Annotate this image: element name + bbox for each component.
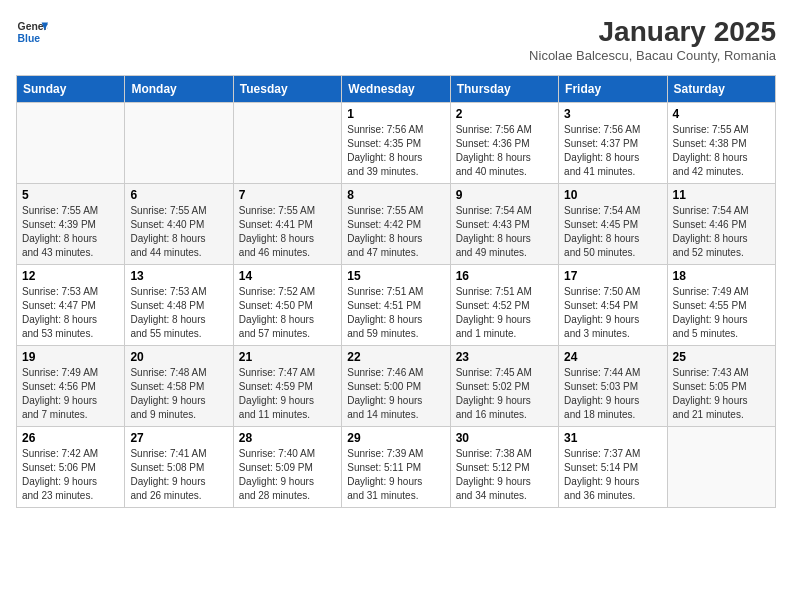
- calendar-cell: [233, 103, 341, 184]
- day-info: Sunrise: 7:44 AMSunset: 5:03 PMDaylight:…: [564, 366, 661, 422]
- day-info: Sunrise: 7:53 AMSunset: 4:48 PMDaylight:…: [130, 285, 227, 341]
- day-number: 4: [673, 107, 770, 121]
- day-number: 28: [239, 431, 336, 445]
- day-info: Sunrise: 7:49 AMSunset: 4:56 PMDaylight:…: [22, 366, 119, 422]
- day-number: 10: [564, 188, 661, 202]
- calendar-cell: 12Sunrise: 7:53 AMSunset: 4:47 PMDayligh…: [17, 265, 125, 346]
- calendar-cell: 21Sunrise: 7:47 AMSunset: 4:59 PMDayligh…: [233, 346, 341, 427]
- day-number: 5: [22, 188, 119, 202]
- calendar-cell: 31Sunrise: 7:37 AMSunset: 5:14 PMDayligh…: [559, 427, 667, 508]
- calendar-cell: 19Sunrise: 7:49 AMSunset: 4:56 PMDayligh…: [17, 346, 125, 427]
- calendar-cell: 30Sunrise: 7:38 AMSunset: 5:12 PMDayligh…: [450, 427, 558, 508]
- calendar-table: SundayMondayTuesdayWednesdayThursdayFrid…: [16, 75, 776, 508]
- weekday-header-friday: Friday: [559, 76, 667, 103]
- day-info: Sunrise: 7:41 AMSunset: 5:08 PMDaylight:…: [130, 447, 227, 503]
- month-title: January 2025: [529, 16, 776, 48]
- day-info: Sunrise: 7:45 AMSunset: 5:02 PMDaylight:…: [456, 366, 553, 422]
- weekday-header-tuesday: Tuesday: [233, 76, 341, 103]
- day-info: Sunrise: 7:56 AMSunset: 4:36 PMDaylight:…: [456, 123, 553, 179]
- calendar-cell: 11Sunrise: 7:54 AMSunset: 4:46 PMDayligh…: [667, 184, 775, 265]
- day-number: 17: [564, 269, 661, 283]
- day-info: Sunrise: 7:53 AMSunset: 4:47 PMDaylight:…: [22, 285, 119, 341]
- calendar-cell: 10Sunrise: 7:54 AMSunset: 4:45 PMDayligh…: [559, 184, 667, 265]
- day-number: 9: [456, 188, 553, 202]
- day-number: 1: [347, 107, 444, 121]
- calendar-cell: 22Sunrise: 7:46 AMSunset: 5:00 PMDayligh…: [342, 346, 450, 427]
- weekday-header-row: SundayMondayTuesdayWednesdayThursdayFrid…: [17, 76, 776, 103]
- weekday-header-thursday: Thursday: [450, 76, 558, 103]
- calendar-cell: 24Sunrise: 7:44 AMSunset: 5:03 PMDayligh…: [559, 346, 667, 427]
- calendar-cell: 8Sunrise: 7:55 AMSunset: 4:42 PMDaylight…: [342, 184, 450, 265]
- calendar-cell: 9Sunrise: 7:54 AMSunset: 4:43 PMDaylight…: [450, 184, 558, 265]
- day-number: 11: [673, 188, 770, 202]
- day-info: Sunrise: 7:54 AMSunset: 4:46 PMDaylight:…: [673, 204, 770, 260]
- weekday-header-monday: Monday: [125, 76, 233, 103]
- day-number: 24: [564, 350, 661, 364]
- calendar-cell: 1Sunrise: 7:56 AMSunset: 4:35 PMDaylight…: [342, 103, 450, 184]
- calendar-week-3: 12Sunrise: 7:53 AMSunset: 4:47 PMDayligh…: [17, 265, 776, 346]
- day-info: Sunrise: 7:49 AMSunset: 4:55 PMDaylight:…: [673, 285, 770, 341]
- calendar-week-1: 1Sunrise: 7:56 AMSunset: 4:35 PMDaylight…: [17, 103, 776, 184]
- svg-text:Blue: Blue: [18, 33, 41, 44]
- calendar-cell: 16Sunrise: 7:51 AMSunset: 4:52 PMDayligh…: [450, 265, 558, 346]
- day-info: Sunrise: 7:46 AMSunset: 5:00 PMDaylight:…: [347, 366, 444, 422]
- logo: General Blue: [16, 16, 48, 48]
- day-info: Sunrise: 7:42 AMSunset: 5:06 PMDaylight:…: [22, 447, 119, 503]
- day-number: 18: [673, 269, 770, 283]
- day-number: 2: [456, 107, 553, 121]
- calendar-cell: 7Sunrise: 7:55 AMSunset: 4:41 PMDaylight…: [233, 184, 341, 265]
- weekday-header-sunday: Sunday: [17, 76, 125, 103]
- calendar-cell: [125, 103, 233, 184]
- day-info: Sunrise: 7:50 AMSunset: 4:54 PMDaylight:…: [564, 285, 661, 341]
- calendar-cell: 27Sunrise: 7:41 AMSunset: 5:08 PMDayligh…: [125, 427, 233, 508]
- calendar-cell: 25Sunrise: 7:43 AMSunset: 5:05 PMDayligh…: [667, 346, 775, 427]
- day-info: Sunrise: 7:38 AMSunset: 5:12 PMDaylight:…: [456, 447, 553, 503]
- day-info: Sunrise: 7:51 AMSunset: 4:52 PMDaylight:…: [456, 285, 553, 341]
- day-number: 30: [456, 431, 553, 445]
- calendar-cell: 17Sunrise: 7:50 AMSunset: 4:54 PMDayligh…: [559, 265, 667, 346]
- day-info: Sunrise: 7:39 AMSunset: 5:11 PMDaylight:…: [347, 447, 444, 503]
- calendar-cell: [17, 103, 125, 184]
- day-number: 15: [347, 269, 444, 283]
- day-info: Sunrise: 7:55 AMSunset: 4:42 PMDaylight:…: [347, 204, 444, 260]
- calendar-week-2: 5Sunrise: 7:55 AMSunset: 4:39 PMDaylight…: [17, 184, 776, 265]
- day-number: 21: [239, 350, 336, 364]
- day-info: Sunrise: 7:51 AMSunset: 4:51 PMDaylight:…: [347, 285, 444, 341]
- day-number: 16: [456, 269, 553, 283]
- day-info: Sunrise: 7:54 AMSunset: 4:45 PMDaylight:…: [564, 204, 661, 260]
- day-info: Sunrise: 7:47 AMSunset: 4:59 PMDaylight:…: [239, 366, 336, 422]
- day-number: 8: [347, 188, 444, 202]
- calendar-cell: 20Sunrise: 7:48 AMSunset: 4:58 PMDayligh…: [125, 346, 233, 427]
- calendar-cell: 18Sunrise: 7:49 AMSunset: 4:55 PMDayligh…: [667, 265, 775, 346]
- calendar-cell: 29Sunrise: 7:39 AMSunset: 5:11 PMDayligh…: [342, 427, 450, 508]
- page-header: General Blue January 2025 Nicolae Balces…: [16, 16, 776, 63]
- calendar-cell: 13Sunrise: 7:53 AMSunset: 4:48 PMDayligh…: [125, 265, 233, 346]
- day-number: 20: [130, 350, 227, 364]
- day-number: 23: [456, 350, 553, 364]
- day-number: 3: [564, 107, 661, 121]
- day-info: Sunrise: 7:54 AMSunset: 4:43 PMDaylight:…: [456, 204, 553, 260]
- calendar-cell: 14Sunrise: 7:52 AMSunset: 4:50 PMDayligh…: [233, 265, 341, 346]
- calendar-cell: 26Sunrise: 7:42 AMSunset: 5:06 PMDayligh…: [17, 427, 125, 508]
- day-info: Sunrise: 7:55 AMSunset: 4:39 PMDaylight:…: [22, 204, 119, 260]
- calendar-cell: 4Sunrise: 7:55 AMSunset: 4:38 PMDaylight…: [667, 103, 775, 184]
- day-number: 12: [22, 269, 119, 283]
- day-number: 31: [564, 431, 661, 445]
- day-info: Sunrise: 7:43 AMSunset: 5:05 PMDaylight:…: [673, 366, 770, 422]
- day-number: 26: [22, 431, 119, 445]
- calendar-cell: 23Sunrise: 7:45 AMSunset: 5:02 PMDayligh…: [450, 346, 558, 427]
- calendar-cell: 3Sunrise: 7:56 AMSunset: 4:37 PMDaylight…: [559, 103, 667, 184]
- day-number: 14: [239, 269, 336, 283]
- day-info: Sunrise: 7:48 AMSunset: 4:58 PMDaylight:…: [130, 366, 227, 422]
- day-number: 25: [673, 350, 770, 364]
- calendar-cell: 2Sunrise: 7:56 AMSunset: 4:36 PMDaylight…: [450, 103, 558, 184]
- location-subtitle: Nicolae Balcescu, Bacau County, Romania: [529, 48, 776, 63]
- day-info: Sunrise: 7:56 AMSunset: 4:35 PMDaylight:…: [347, 123, 444, 179]
- day-number: 27: [130, 431, 227, 445]
- calendar-week-4: 19Sunrise: 7:49 AMSunset: 4:56 PMDayligh…: [17, 346, 776, 427]
- day-number: 22: [347, 350, 444, 364]
- day-number: 6: [130, 188, 227, 202]
- title-block: January 2025 Nicolae Balcescu, Bacau Cou…: [529, 16, 776, 63]
- day-info: Sunrise: 7:52 AMSunset: 4:50 PMDaylight:…: [239, 285, 336, 341]
- calendar-cell: [667, 427, 775, 508]
